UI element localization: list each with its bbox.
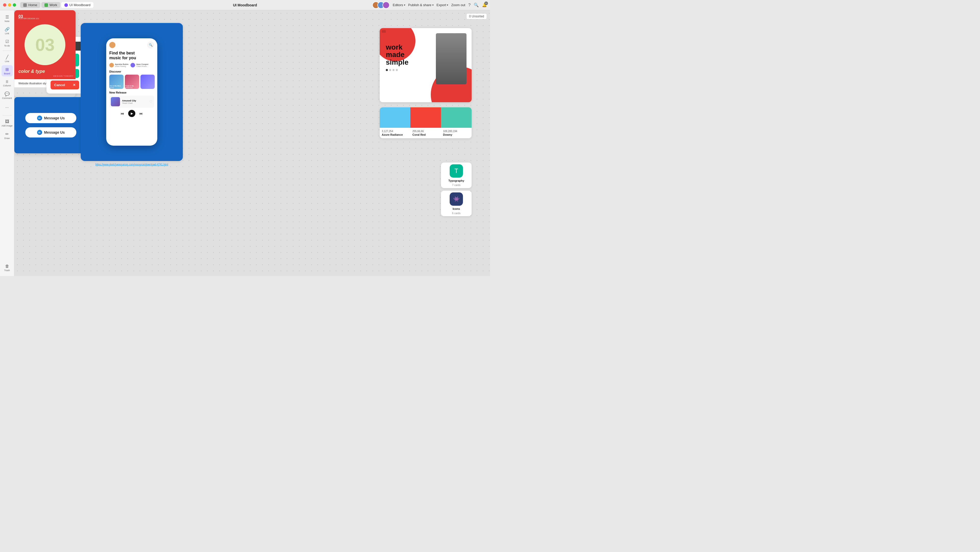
new-release-title: Amused City: [122, 99, 147, 102]
line-draw-icon: ╱: [6, 55, 8, 59]
new-release-item[interactable]: Amused City Yeast Chart ♡: [109, 96, 154, 108]
work-ui-bar: [382, 30, 386, 33]
window-title: UI Moodboard: [233, 3, 257, 7]
discover-section-title: Discover: [109, 70, 154, 73]
coral-name: Coral Red: [412, 133, 439, 136]
tab-ui-moodboard[interactable]: UI Moodboard: [61, 2, 94, 8]
music-user-1-avatar: [109, 63, 114, 67]
poster-design-theory: DESIGN THEORY: [53, 75, 73, 77]
titlebar-actions: Editors ▾ Publish & share ▾ Export ▾ Zoo…: [372, 2, 487, 9]
work-card-inner: work made simple: [380, 28, 472, 102]
unsorted-badge[interactable]: 0 Unsorted: [466, 13, 487, 19]
prev-button[interactable]: ⏮: [121, 112, 124, 115]
music-user-2-subtitle: I Didn't Know...: [136, 65, 148, 67]
music-search-icon[interactable]: 🔍: [147, 41, 154, 49]
poster-color-type-text: color & type: [18, 69, 45, 74]
new-release-info: Amused City Yeast Chart: [122, 99, 147, 104]
music-phone-mockup: 🔍 Find the bestmusic for you Ayesha Ruhi…: [106, 38, 157, 146]
music-user-2-info: Jane Cooper I Didn't Know...: [136, 63, 148, 67]
board-icon: ⊞: [5, 67, 9, 72]
work-photo-inner: [436, 33, 466, 85]
tab-work-label: Work: [49, 3, 57, 7]
messenger-icon-2: m: [37, 130, 42, 135]
help-button[interactable]: ?: [468, 3, 471, 7]
export-button[interactable]: Export ▾: [437, 3, 449, 7]
messenger-icon-1: m: [37, 115, 42, 121]
column-icon: ⫼: [5, 79, 9, 84]
message-us-button-1[interactable]: m Message Us: [25, 113, 76, 123]
link-icon: 🔗: [5, 27, 10, 32]
typography-icon: T: [450, 164, 463, 178]
main-layout: ☰ Note 🔗 Link ☑ To-do ╱ Line ⊞ Board ⫼ C…: [0, 10, 490, 276]
track-thumb-2[interactable]: Freak In Me Elektronic: [125, 75, 139, 89]
next-button[interactable]: ⏭: [139, 112, 143, 115]
azure-swatch-info: 3,127,254 Azure Radiance: [380, 128, 410, 138]
music-user-1-info: Ayesha Ruhin Some Feeling: [115, 63, 129, 67]
music-users-row: Ayesha Ruhin Some Feeling Jane Cooper I …: [109, 63, 154, 67]
home-tab-icon: [23, 3, 27, 7]
search-button[interactable]: 🔍: [474, 3, 479, 7]
export-chevron-icon: ▾: [447, 3, 448, 6]
new-release-thumb: [111, 97, 120, 106]
track-thumb-3[interactable]: [140, 75, 155, 89]
sidebar-item-link[interactable]: 🔗 Link: [2, 25, 13, 36]
sidebar-item-column[interactable]: ⫼ Column: [2, 77, 13, 89]
zoom-out-button[interactable]: Zoom out: [451, 3, 465, 7]
publish-share-button[interactable]: Publish & share ▾: [408, 3, 434, 7]
sidebar: ☰ Note 🔗 Link ☑ To-do ╱ Line ⊞ Board ⫼ C…: [0, 10, 14, 276]
new-release-subtitle: Yeast Chart: [122, 102, 147, 104]
sidebar-item-trash[interactable]: 🗑 Trash: [2, 262, 13, 273]
notification-button[interactable]: 🔔 21: [482, 3, 487, 7]
sidebar-item-comment[interactable]: 💬 Comment: [2, 90, 13, 101]
track-thumb-1[interactable]: Out of My Mine Some: [109, 75, 124, 89]
music-user-1: Ayesha Ruhin Some Feeling: [109, 63, 129, 67]
avatar-group: [372, 2, 390, 9]
music-title-text: Find the bestmusic for you: [109, 51, 136, 60]
sidebar-item-add-image[interactable]: 🖼 Add image: [2, 118, 13, 129]
typography-collection-card[interactable]: T Typography 7 cards: [441, 163, 472, 188]
message-us-card: m Message Us m Message Us: [14, 97, 88, 153]
music-user-avatar: [109, 42, 115, 48]
tab-bar: Home Work UI Moodboard: [20, 2, 94, 8]
poster-inner: 03 POSTER DESIGN 101 03 color & type DES…: [14, 10, 76, 79]
music-user-1-subtitle: Some Feeling: [115, 65, 129, 67]
sidebar-item-todo[interactable]: ☑ To-do: [2, 37, 13, 49]
poster-footer-text: Website illustration style: [18, 82, 49, 85]
heart-icon[interactable]: ♡: [150, 100, 153, 104]
sidebar-item-draw[interactable]: ✏ Draw: [2, 130, 13, 141]
typography-count: 7 cards: [452, 184, 461, 187]
sidebar-item-note[interactable]: ☰ Note: [2, 13, 13, 24]
close-button[interactable]: [3, 3, 6, 6]
canvas: 0 Unsorted Settings ≡ ··· ▾ Sign up toda…: [14, 10, 490, 276]
message-us-button-2[interactable]: m Message Us: [25, 127, 76, 137]
comment-icon: 💬: [5, 91, 10, 96]
maximize-button[interactable]: [13, 3, 16, 6]
downy-color-block: [441, 107, 472, 128]
icons-collection-card[interactable]: 👾 Icons 6 cards: [441, 191, 472, 216]
tab-home[interactable]: Home: [20, 2, 40, 8]
work-made-simple-card: work made simple: [380, 28, 472, 102]
sidebar-item-line[interactable]: ╱ Line: [2, 53, 13, 64]
music-app-title: Find the bestmusic for you: [109, 51, 154, 60]
azure-name: Azure Radiance: [382, 133, 408, 136]
sidebar-item-more[interactable]: ···: [2, 102, 13, 113]
new-release-section-title: New Release: [109, 91, 154, 94]
editors-chevron-icon: ▾: [404, 3, 405, 6]
sidebar-item-board[interactable]: ⊞ Board: [2, 65, 13, 77]
play-button[interactable]: ▶: [128, 110, 135, 117]
trash-icon: 🗑: [5, 264, 9, 269]
discover-tracks: Out of My Mine Some Freak In Me Elektron…: [109, 75, 154, 89]
icons-icon-badge: 👾: [450, 192, 463, 206]
coral-swatch-info: 255,66,66 Coral Red: [410, 128, 441, 138]
music-playback-controls: ⏮ ▶ ⏭: [109, 110, 154, 117]
work-text-area: work made simple: [386, 43, 409, 71]
editors-button[interactable]: Editors ▾: [393, 3, 405, 7]
poster-design-label: POSTER DESIGN 101: [18, 18, 39, 20]
work-dot-1: [386, 69, 388, 71]
tab-work[interactable]: Work: [41, 2, 60, 8]
titlebar: Home Work UI Moodboard UI Moodboard Edit…: [0, 0, 490, 10]
music-source-url[interactable]: https://www.sketchapsources.com/resource…: [81, 163, 183, 166]
cancel-button[interactable]: Cancel ✕: [51, 80, 79, 89]
icons-count: 6 cards: [452, 212, 461, 215]
minimize-button[interactable]: [8, 3, 11, 6]
